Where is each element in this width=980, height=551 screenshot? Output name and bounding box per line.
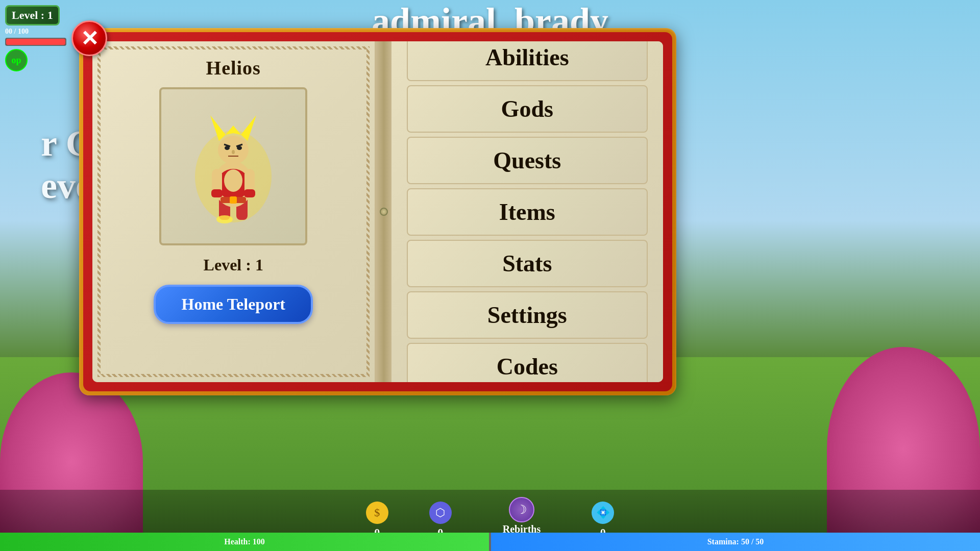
svg-point-17 [232, 150, 235, 154]
crystal-icon: 💠 [592, 502, 614, 524]
level-badge: Level : 1 [5, 5, 60, 26]
menu-item-settings[interactable]: Settings [407, 291, 648, 339]
hp-bar [6, 39, 65, 45]
svg-rect-9 [211, 189, 223, 197]
menu-item-gods[interactable]: Gods [407, 85, 648, 133]
character-level: Level : 1 [204, 256, 263, 274]
book-left-page: Helios [92, 41, 376, 382]
stamina-text: Stamina: 50 / 50 [491, 533, 980, 551]
svg-rect-23 [230, 196, 237, 204]
menu-item-codes[interactable]: Codes [407, 343, 648, 383]
book-red-border: Helios [83, 32, 672, 391]
hud-top-left: Level : 1 00 / 100 op [5, 5, 66, 71]
menu-item-abilities[interactable]: Abilities [407, 41, 648, 81]
book-pages: Helios [92, 41, 663, 382]
svg-rect-10 [244, 189, 255, 197]
close-button[interactable]: ✕ [71, 20, 107, 56]
character-image-box [159, 87, 307, 245]
menu-item-stats[interactable]: Stats [407, 240, 648, 287]
svg-point-3 [216, 215, 233, 223]
coin-icon: $ [366, 502, 388, 524]
hp-bar-container [5, 38, 66, 46]
rebirths-icon: ☽ [509, 497, 534, 522]
gem-icon: ⬡ [429, 502, 452, 524]
helios-svg [182, 95, 284, 238]
stat-bars: Health: 100 Stamina: 50 / 50 [0, 533, 980, 551]
menu-item-quests[interactable]: Quests [407, 137, 648, 184]
book-modal: Helios [79, 28, 676, 395]
book-right-page: Abilities Gods Quests Items Stats Settin… [391, 41, 664, 382]
close-icon: ✕ [81, 26, 99, 51]
svg-point-6 [224, 169, 242, 192]
op-badge: op [5, 49, 28, 71]
stamina-bar-area: Stamina: 50 / 50 [491, 533, 980, 551]
menu-item-items[interactable]: Items [407, 188, 648, 236]
character-name: Helios [206, 57, 261, 79]
book-spine [376, 41, 391, 382]
book-outer: Helios [79, 28, 676, 395]
hp-text: 00 / 100 [5, 28, 66, 36]
health-text: Health: 100 [0, 533, 489, 551]
health-bar-area: Health: 100 [0, 533, 489, 551]
home-teleport-button[interactable]: Home Teleport [154, 285, 313, 324]
